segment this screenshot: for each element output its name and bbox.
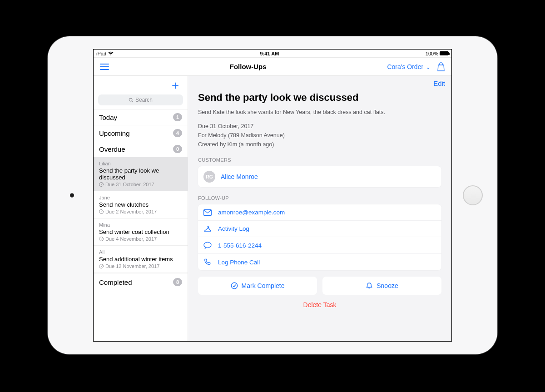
task-item-title: Send the party look we discussed [99,167,182,181]
shopping-bag-icon[interactable] [437,62,445,71]
task-item-title: Send new clutches [99,201,182,208]
battery-icon [440,51,449,55]
task-for: For Melody (789 Madison Avenue) [198,131,441,140]
detail-pane: Edit Send the party look we discussed Se… [188,76,451,341]
filter-label: Overdue [99,145,125,153]
mark-complete-label: Mark Complete [242,282,285,289]
filter-count: 0 [173,145,182,153]
svg-point-0 [129,98,132,101]
filter-completed[interactable]: Completed 8 [94,273,188,291]
email-text: amonroe@example.com [218,209,285,216]
filter-label: Today [99,114,117,121]
status-carrier: iPad [96,51,106,56]
search-placeholder: Search [135,97,153,103]
nav-bar: Follow-Ups Cora's Order ⌄ [94,58,451,76]
log-call-text: Log Phone Call [218,259,260,266]
wifi-icon [108,51,114,56]
edit-button[interactable]: Edit [433,79,445,87]
task-item-due: Due 2 November, 2017 [99,209,182,214]
order-label: Cora's Order [387,63,423,70]
phone-number-row[interactable]: 1-555-616-2244 [198,237,441,253]
task-created: Created by Kim (a month ago) [198,140,441,149]
completed-count: 8 [173,278,182,286]
snooze-label: Snooze [377,282,398,289]
activity-text: Activity Log [218,225,249,232]
mail-icon [203,209,212,216]
filter-count: 4 [173,129,182,137]
delete-task-button[interactable]: Delete Task [198,301,441,308]
followup-section-label: FOLLOW-UP [198,195,441,201]
clock-icon [99,237,104,241]
avatar: RG [203,171,215,183]
task-owner: Lilian [99,161,182,166]
email-row[interactable]: amonroe@example.com [198,204,441,220]
filter-count: 1 [173,113,182,121]
filter-overdue[interactable]: Overdue 0 [94,141,188,157]
task-item[interactable]: LilianSend the party look we discussedDu… [94,157,188,191]
customers-section-label: CUSTOMERS [198,157,441,163]
task-item-due: Due 12 November, 2017 [99,263,182,269]
svg-point-3 [231,283,237,288]
status-left: iPad [96,51,114,56]
activity-row[interactable]: Activity Log [198,220,441,237]
task-item-due: Due 31 October, 2017 [99,182,182,187]
page-title: Follow-Ups [109,63,387,70]
search-icon [129,98,134,103]
add-task-button[interactable]: ＋ [169,78,181,92]
log-call-row[interactable]: Log Phone Call [198,253,441,270]
completed-label: Completed [99,278,132,286]
task-item-title: Send winter coat collection [99,228,182,235]
task-item[interactable]: JaneSend new clutchesDue 2 November, 201… [94,191,188,218]
menu-icon[interactable] [100,64,109,70]
status-right: 100% [426,51,449,56]
filter-today[interactable]: Today 1 [94,109,188,125]
task-item-title: Send additional winter items [99,256,182,263]
phone-text: 1-555-616-2244 [218,242,262,249]
task-owner: Jane [99,195,182,200]
status-time: 9:41 AM [114,51,426,56]
customer-row[interactable]: RG Alice Monroe [198,166,441,187]
sidebar: ＋ Search Today 1 Upcoming 4 [94,76,188,341]
status-bar: iPad 9:41 AM 100% [94,50,451,58]
task-owner: Mina [99,222,182,228]
task-description: Send Kate the look she wants for New Yea… [198,109,441,115]
task-title: Send the party look we discussed [198,92,441,104]
snooze-button[interactable]: Snooze [322,277,441,295]
task-item-due: Due 4 November, 2017 [99,236,182,242]
svg-line-1 [132,101,133,102]
order-dropdown[interactable]: Cora's Order ⌄ [387,63,431,70]
customer-name: Alice Monroe [221,173,258,180]
ipad-home-button[interactable] [463,185,483,205]
chevron-down-icon: ⌄ [426,64,431,70]
filter-label: Upcoming [99,129,130,137]
battery-percent: 100% [426,51,438,56]
ipad-camera [70,194,74,198]
clock-icon [99,182,104,187]
search-input[interactable]: Search [98,94,183,105]
task-item[interactable]: MinaSend winter coat collectionDue 4 Nov… [94,218,188,246]
task-item[interactable]: AliSend additional winter itemsDue 12 No… [94,246,188,273]
filter-upcoming[interactable]: Upcoming 4 [94,125,188,141]
task-due: Due 31 October, 2017 [198,122,441,131]
phone-icon [203,258,212,266]
clock-icon [99,264,104,268]
mark-complete-button[interactable]: Mark Complete [198,277,317,295]
chat-icon [203,242,212,249]
hanger-icon [203,226,212,232]
check-circle-icon [231,282,238,289]
clock-icon [99,209,104,214]
bell-icon [366,282,373,289]
task-owner: Ali [99,249,182,255]
